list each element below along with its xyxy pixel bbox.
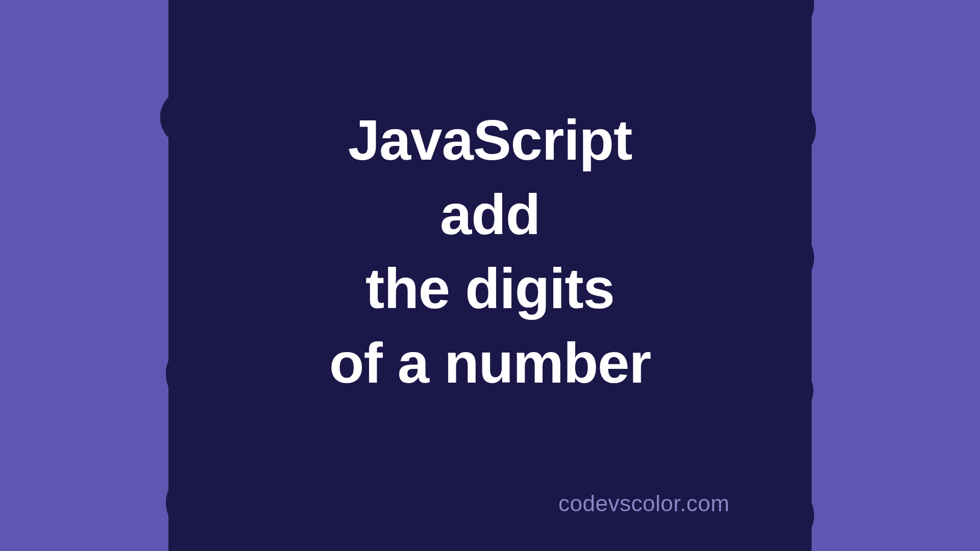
blob-right-edge — [674, 0, 980, 551]
graphic-canvas: JavaScript add the digits of a number co… — [0, 0, 980, 551]
main-title: JavaScript add the digits of a number — [329, 103, 651, 400]
attribution-text: codevscolor.com — [558, 491, 729, 516]
